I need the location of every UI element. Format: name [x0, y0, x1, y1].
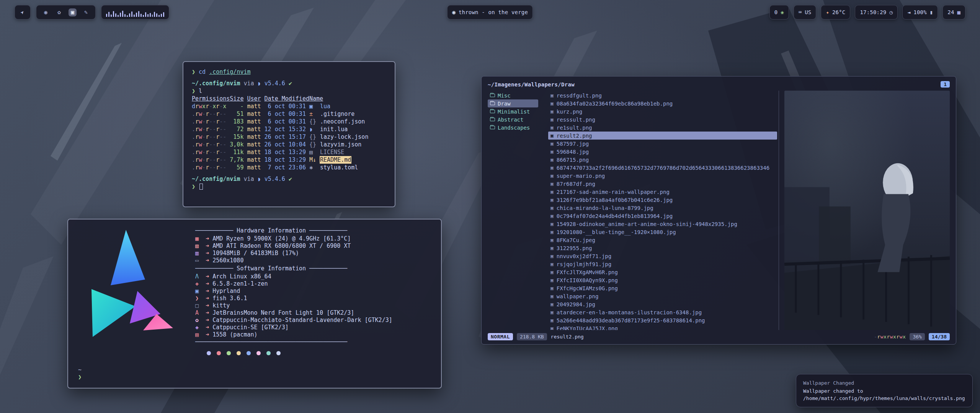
listing-row: .rw-r--r-- 11k matt 18 oct 13:29 ▤LICENS… [192, 148, 386, 156]
terminal-window-nvim-config[interactable]: ❯ cd .config/nvim ~/.config/nvim via ◗ v… [183, 61, 395, 207]
file-item[interactable]: ▣ nnvuv0xj2df71.jpg [548, 252, 777, 260]
file-item[interactable]: ▣ atardecer-en-la-montanas-ilustracion-6… [548, 308, 777, 316]
workspace-button[interactable]: ✎ [82, 8, 90, 16]
image-file-icon: ▣ [550, 125, 554, 130]
workspace-button[interactable]: ▣ [69, 8, 77, 16]
image-file-icon: ▣ [550, 245, 554, 251]
visualizer-bar [147, 14, 149, 17]
file-manager-window[interactable]: ~/Imagenes/Wallpapers/Draw 1 Misc Draw M… [481, 76, 956, 345]
file-item[interactable]: ▣ super-mario.png [548, 172, 777, 180]
file-item[interactable]: ▣ result2.png [548, 132, 777, 140]
visualizer-bar [129, 13, 130, 17]
workspace-button[interactable]: ◉ [42, 8, 50, 16]
file-name: 5a266e448add93deab367d87173e9f25-6837886… [557, 317, 705, 324]
file-item[interactable]: ▣ 866715.png [548, 156, 777, 164]
terminal-window-fetch[interactable]: ─────────── Hardware Information ───────… [67, 219, 442, 389]
prompt-line[interactable]: ❯ [192, 183, 386, 190]
status-pill[interactable]: ⌨ US [794, 5, 817, 20]
status-pill[interactable]: 17:50:29 ◷ [855, 5, 897, 20]
file-item[interactable]: ▣ 08a634fa02a32364f69ebc86a98eb1eb.png [548, 99, 777, 107]
visualizer-bar [140, 14, 142, 17]
file-item[interactable]: ▣ 8FKa7Cu.jpeg [548, 236, 777, 244]
file-item[interactable]: ▣ wallpaper.png [548, 292, 777, 300]
launcher-arrow-icon: ➤ [19, 8, 27, 16]
status-pill[interactable]: ✦ 26°C [821, 5, 850, 20]
visualizer-bar [138, 11, 139, 17]
file-item[interactable]: ▣ 87r687df.png [548, 180, 777, 188]
fetch-line: □ ➜ kitty [195, 302, 431, 309]
file-name: EeNKYgIUcAAJ5JX.png [557, 325, 618, 330]
file-item[interactable]: ▣ FXfcII0X0AQyn9X.png [548, 276, 777, 284]
visualizer-bar [111, 15, 112, 17]
file-item[interactable]: ▣ 0c794faf07de24a4db4d4fb1eb813964.jpg [548, 212, 777, 220]
file-item[interactable]: ▣ ressdfgult.png [548, 91, 777, 99]
folder-item[interactable]: Landscapes [488, 124, 538, 132]
file-item[interactable]: ▣ 19201080-__blue-tinge__-1920×1080.jpg [548, 228, 777, 236]
file-name: 87r687df.png [557, 181, 595, 187]
prompt-path-line: ~/.config/nvim via ◗ v5.4.6 ✔ [192, 80, 386, 87]
file-item[interactable]: ▣ kurz.png [548, 107, 777, 115]
visualizer-bar [156, 13, 157, 17]
image-file-icon: ▣ [550, 197, 554, 203]
file-item[interactable]: ▣ 3122955.png [548, 244, 777, 252]
tab-indicator[interactable]: 1 [941, 81, 950, 88]
file-item[interactable]: ▣ EeNKYgIUcAAJ5JX.png [548, 324, 777, 330]
status-left-icon: ◄ [907, 10, 910, 15]
permissions-cell: .rw-r--r-- [192, 156, 226, 164]
permissions-cell: .rw-r--r-- [192, 125, 226, 133]
file-item[interactable]: ▣ 20492984.jpg [548, 300, 777, 308]
file-item[interactable]: ▣ rsjqojlmjhf91.jpg [548, 260, 777, 268]
file-name: super-mario.png [557, 173, 605, 179]
file-item[interactable]: ▣ 154928-odinokoe_anime-art-anime-okno-s… [548, 220, 777, 228]
user-cell: matt [247, 102, 261, 110]
date-cell: 26 oct 15:17 [265, 133, 306, 141]
file-item[interactable]: ▣ FXfcHgcWIAMzs0G.png [548, 284, 777, 292]
launcher-button[interactable]: ➤ [15, 5, 31, 20]
folder-item[interactable]: Misc [488, 91, 538, 99]
image-file-icon: ▣ [550, 165, 554, 171]
folder-item[interactable]: Minimalist [488, 107, 538, 115]
name-cell: ✱stylua.toml [309, 164, 386, 171]
file-item[interactable]: ▣ resssult.png [548, 115, 777, 124]
software-section-header: ─────────── Software Information ───────… [195, 265, 431, 272]
file-item[interactable]: ▣ 68747470733a2f2f696d616765732d7769786d… [548, 164, 777, 172]
file-item[interactable]: ▣ 596848.jpg [548, 148, 777, 156]
permissions-cell: drwxr-xr-x [192, 102, 226, 110]
image-file-icon: ▣ [550, 293, 554, 299]
visualizer-bar [158, 15, 160, 17]
visualizer-bar [143, 15, 144, 17]
folder-item[interactable]: Abstract [488, 115, 538, 124]
date-cell: 6 oct 00:31 [265, 110, 306, 118]
image-file-icon: ▣ [550, 269, 554, 275]
fetch-line: ▤ ➜ 1558 (pacman) [195, 331, 431, 338]
workspace-button[interactable]: ✿ [55, 8, 63, 16]
file-list-pane: ▣ ressdfgult.png ▣ 08a634fa02a32364f69eb… [538, 91, 779, 330]
user-cell: matt [247, 164, 261, 171]
file-item[interactable]: ▣ 587597.jpg [548, 140, 777, 148]
software-icon: ◈ [195, 324, 202, 331]
status-pill[interactable]: 0 ❀ [769, 5, 789, 20]
image-file-icon: ▣ [550, 301, 554, 307]
file-item[interactable]: ▣ 3126f7e9bbf21a8a4af0b67b041c6e26.jpg [548, 196, 777, 204]
notification-popup[interactable]: Wallpaper Changed Wallpaper changed to /… [796, 374, 973, 407]
file-item[interactable]: ▣ chica-mirando-la-luna-8799.jpg [548, 204, 777, 212]
file-item[interactable]: ▣ 5a266e448add93deab367d87173e9f25-68378… [548, 316, 777, 324]
size-cell: 59 [230, 164, 243, 171]
visualizer-bar [136, 13, 137, 17]
folder-icon [490, 126, 495, 129]
file-item[interactable]: ▣ re1sult.png [548, 124, 777, 132]
now-playing-widget[interactable]: ◉ thrown - on the verge [447, 5, 533, 20]
shell-prompt-block[interactable]: ~ ❯ [78, 366, 431, 381]
selected-filename: result2.png [551, 334, 584, 340]
file-item[interactable]: ▣ FXfcJlTXgAMvH6R.png [548, 268, 777, 276]
file-item[interactable]: ▣ 217167-sad-anime-rain-wallpaper.png [548, 188, 777, 196]
file-name: 217167-sad-anime-rain-wallpaper.png [557, 189, 670, 195]
file-name: 3126f7e9bbf21a8a4af0b67b041c6e26.jpg [557, 197, 673, 203]
status-pill[interactable]: ◄ 100% ▮ [902, 5, 938, 20]
folder-item[interactable]: Draw [488, 99, 538, 107]
file-name: FXfcII0X0AQyn9X.png [557, 277, 618, 283]
status-pill[interactable]: 24 ▦ [942, 5, 965, 20]
file-name: 68747470733a2f2f696d616765732d7769786d70… [557, 165, 769, 171]
file-name: 0c794faf07de24a4db4d4fb1eb813964.jpg [557, 213, 673, 219]
image-file-icon: ▣ [550, 285, 554, 291]
